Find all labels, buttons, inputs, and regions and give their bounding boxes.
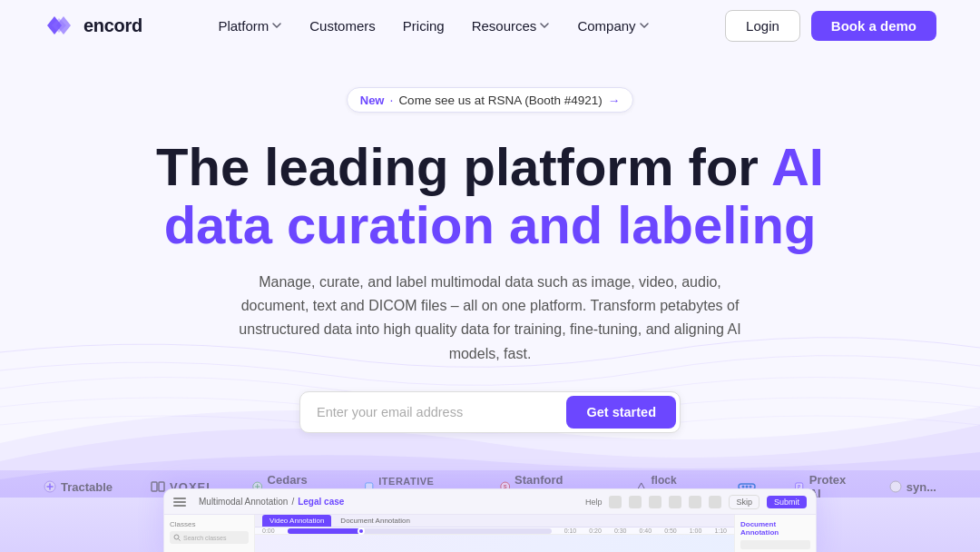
tool-icon-2[interactable]: [629, 496, 642, 508]
book-demo-button[interactable]: Book a demo: [811, 11, 936, 41]
svg-point-15: [174, 535, 179, 539]
timeline-bar[interactable]: [288, 528, 552, 534]
tab-video-annotation[interactable]: Video Annotation: [262, 515, 331, 527]
dashboard-tools: Help Skip Submit: [585, 495, 807, 509]
dashboard-right-panel: Document Annotation: [734, 515, 816, 552]
submit-button[interactable]: Submit: [767, 496, 807, 508]
annotation-canvas[interactable]: [255, 535, 734, 552]
login-button[interactable]: Login: [725, 10, 800, 42]
timeline-handle[interactable]: [358, 527, 365, 535]
voxel-icon: [151, 480, 165, 493]
logo-syn: syn...: [889, 480, 936, 494]
skip-button[interactable]: Skip: [729, 495, 760, 509]
tool-icon-4[interactable]: [669, 496, 681, 508]
timeline-progress: [288, 528, 361, 534]
tab-document-annotation[interactable]: Document Annotation: [333, 515, 417, 527]
email-signup-form: Get started: [299, 391, 681, 433]
tool-icon-5[interactable]: [689, 496, 701, 508]
chevron-down-icon: [539, 20, 550, 31]
arrow-icon: →: [608, 94, 621, 107]
video-timeline: 0:00 0:10 0:20 0:30 0:40 0:50 1:00 1:10: [255, 527, 734, 535]
badge-new-label: New: [360, 94, 385, 107]
canvas-content: [255, 535, 734, 552]
chevron-down-icon: [271, 20, 282, 31]
brand-name: encord: [83, 15, 142, 36]
navigation: encord Platform Customers Pricing Resour…: [0, 0, 980, 51]
logo-tractable: Tractable: [44, 480, 113, 494]
nav-company[interactable]: Company: [566, 13, 660, 39]
syn-icon: [889, 480, 902, 493]
tractable-icon: [44, 480, 56, 493]
hero-subtitle: Manage, curate, and label multimodal dat…: [236, 271, 744, 367]
svg-point-14: [890, 481, 901, 492]
svg-rect-1: [152, 482, 157, 491]
logo[interactable]: encord: [44, 13, 142, 38]
menu-icon[interactable]: [173, 498, 186, 507]
hero-section: New · Come see us at RSNA (Booth #4921) …: [0, 51, 980, 451]
nav-actions: Login Book a demo: [725, 10, 936, 42]
svg-rect-2: [159, 482, 164, 491]
nav-platform[interactable]: Platform: [207, 13, 293, 39]
get-started-button[interactable]: Get started: [566, 396, 676, 429]
dashboard-preview: Multimodal Annotation / Legal case Help …: [163, 488, 817, 552]
encord-logo-icon: [44, 13, 76, 38]
search-classes-input[interactable]: Search classes: [170, 531, 249, 544]
dashboard-topbar: Multimodal Annotation / Legal case Help …: [164, 489, 816, 515]
badge-separator: ·: [389, 93, 393, 107]
tool-icon-6[interactable]: [709, 496, 721, 508]
search-icon: [173, 534, 181, 541]
nav-pricing[interactable]: Pricing: [392, 13, 456, 39]
classes-label: Classes: [170, 520, 249, 528]
announcement-text: Come see us at RSNA (Booth #4921): [398, 94, 602, 107]
dashboard-sidebar: Classes Search classes: [164, 515, 255, 552]
breadcrumb: Multimodal Annotation / Legal case: [199, 497, 344, 507]
nav-customers[interactable]: Customers: [299, 13, 387, 39]
panel-row-1: [740, 540, 810, 549]
announcement-banner[interactable]: New · Come see us at RSNA (Booth #4921) …: [347, 87, 634, 113]
dashboard-body: Classes Search classes Video Annotation …: [164, 515, 816, 552]
dashboard-main: Video Annotation Document Annotation 0:0…: [255, 515, 734, 552]
svg-line-16: [179, 539, 181, 541]
email-input[interactable]: [300, 394, 563, 430]
tool-icon-1[interactable]: [609, 496, 622, 508]
dashboard-tabs: Video Annotation Document Annotation: [255, 515, 734, 527]
nav-resources[interactable]: Resources: [461, 13, 562, 39]
chevron-down-icon: [639, 20, 650, 31]
hero-title: The leading platform for AI data curatio…: [156, 138, 824, 254]
nav-links: Platform Customers Pricing Resources Com…: [207, 13, 660, 39]
tool-icon-3[interactable]: [649, 496, 662, 508]
